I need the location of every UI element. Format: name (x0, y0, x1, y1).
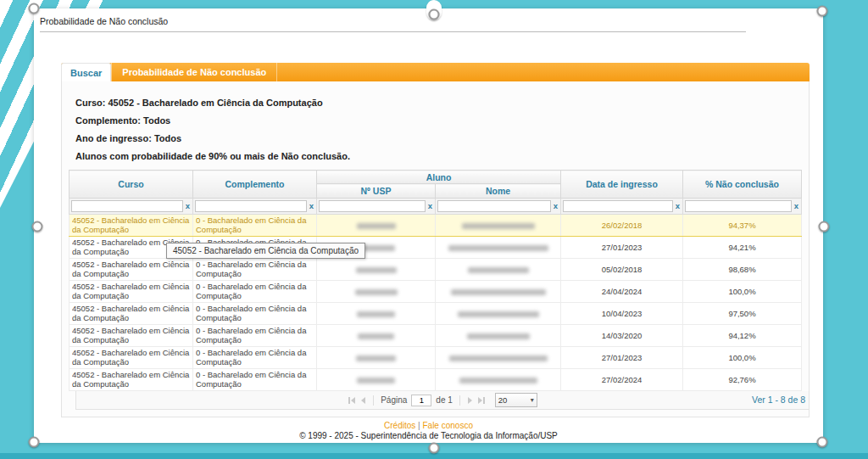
cell-nome-redacted (436, 303, 561, 325)
cell-pct-nao-conclusao: 100,0% (683, 347, 802, 369)
redacted-value (459, 378, 537, 383)
tab-probabilidade-nao-conclusao[interactable]: Probabilidade de Não conclusão (111, 63, 277, 81)
resize-handle-bottom-right[interactable] (817, 437, 828, 448)
cell-pct-nao-conclusao: 98,68% (683, 259, 802, 281)
cell-data-ingresso: 27/01/2023 (561, 237, 683, 259)
cell-complemento: 0 - Bacharelado em Ciência da Computação (193, 303, 317, 325)
first-page-button[interactable] (348, 397, 356, 404)
query-summary: Curso: 45052 - Bacharelado em Ciência da… (75, 94, 809, 165)
table-row[interactable]: 45052 - Bacharelado em Ciência da Comput… (70, 281, 802, 303)
page-size-value: 20 (498, 395, 508, 405)
redacted-value (355, 289, 398, 295)
resize-handle-middle-right[interactable] (819, 221, 830, 232)
prev-page-button[interactable] (360, 397, 366, 404)
clear-filter-icon[interactable]: x (309, 201, 314, 211)
column-header-curso[interactable]: Curso (70, 171, 193, 199)
filter-input-complemento[interactable] (195, 200, 307, 212)
cell-nome-redacted (436, 215, 561, 237)
redacted-value (467, 333, 530, 339)
resize-handle-top-middle[interactable] (429, 9, 440, 20)
column-header-nome[interactable]: Nome (436, 184, 561, 199)
cell-nusp-redacted (317, 215, 436, 237)
cell-nome-redacted (436, 325, 561, 347)
app-window: Probabilidade de Não conclusão Buscar Pr… (34, 8, 823, 443)
column-header-data-ingresso[interactable]: Data de ingresso (561, 171, 683, 199)
summary-complemento: Complemento: Todos (75, 112, 809, 130)
table-row[interactable]: 45052 - Bacharelado em Ciência da Comput… (70, 259, 802, 281)
clear-filter-icon[interactable]: x (185, 201, 191, 211)
page-label: Página (381, 395, 407, 405)
cell-complemento: 0 - Bacharelado em Ciência da Computação (193, 325, 317, 347)
prev-page-icon (361, 397, 365, 404)
cell-pct-nao-conclusao: 100,0% (683, 281, 802, 303)
redacted-value (356, 355, 396, 361)
records-range-info: Ver 1 - 8 de 8 (752, 395, 805, 405)
chevron-down-icon: ▾ (531, 396, 534, 404)
clear-filter-icon[interactable]: x (793, 201, 799, 211)
page-size-select[interactable]: 20 ▾ (495, 393, 537, 407)
next-page-button[interactable] (467, 397, 473, 404)
table-row[interactable]: 45052 - Bacharelado em Ciência da Comput… (70, 369, 802, 391)
resize-handle-top-right[interactable] (817, 6, 828, 17)
table-row[interactable]: 45052 - Bacharelado em Ciência da Comput… (70, 325, 802, 347)
cell-nusp-redacted (317, 325, 436, 347)
resize-handle-bottom-left[interactable] (29, 437, 40, 448)
last-page-icon (483, 397, 485, 404)
page-number-input[interactable] (411, 395, 431, 406)
cell-curso: 45052 - Bacharelado em Ciência da Comput… (70, 369, 193, 391)
redacted-value (358, 333, 394, 339)
table-row[interactable]: 45052 - Bacharelado em Ciência da Comput… (70, 303, 802, 325)
cell-nome-redacted (436, 281, 561, 303)
filter-input-pct[interactable] (685, 200, 792, 212)
clear-filter-icon[interactable]: x (553, 201, 559, 211)
cell-curso: 45052 - Bacharelado em Ciência da Comput… (70, 281, 193, 303)
cell-data-ingresso: 10/04/2023 (561, 303, 683, 325)
cell-pct-nao-conclusao: 97,50% (683, 303, 802, 325)
clear-filter-icon[interactable]: x (427, 201, 433, 211)
filter-input-nusp[interactable] (319, 200, 426, 212)
resize-handle-middle-left[interactable] (32, 221, 43, 232)
cell-pct-nao-conclusao: 92,76% (683, 369, 802, 391)
filter-input-data-ingresso[interactable] (563, 200, 673, 212)
redacted-value (468, 267, 529, 273)
filter-input-curso[interactable] (71, 200, 183, 212)
table-row[interactable]: 45052 - Bacharelado em Ciência da Comput… (70, 347, 802, 369)
filter-input-nome[interactable] (437, 200, 551, 212)
redacted-value (449, 355, 548, 361)
cell-nome-redacted (436, 237, 561, 259)
cell-nusp-redacted (317, 303, 436, 325)
pagination-bar: Página de 1 20 ▾ Ver 1 - 8 de 8 (75, 391, 810, 410)
first-page-icon (348, 397, 350, 404)
table-row[interactable]: 45052 - Bacharelado em Ciência da Comput… (70, 215, 802, 237)
page-footer: Créditos | Fale conosco © 1999 - 2025 - … (34, 421, 823, 440)
column-header-nusp[interactable]: Nº USP (317, 184, 436, 199)
desktop-background: Probabilidade de Não conclusão Buscar Pr… (0, 0, 868, 459)
title-divider (40, 31, 746, 32)
column-header-pct-nao-conclusao[interactable]: % Não conclusão (683, 171, 802, 199)
cell-nusp-redacted (317, 369, 436, 391)
cell-complemento: 0 - Bacharelado em Ciência da Computação (193, 259, 317, 281)
summary-ano-ingresso: Ano de ingresso: Todos (75, 130, 809, 148)
page-of-label: de 1 (436, 395, 452, 405)
fale-conosco-link[interactable]: Fale conosco (422, 421, 472, 430)
redacted-value (357, 311, 395, 317)
cell-nome-redacted (436, 259, 561, 281)
column-header-complemento[interactable]: Complemento (193, 171, 317, 199)
cell-curso: 45052 - Bacharelado em Ciência da Comput… (70, 303, 193, 325)
cell-curso: 45052 - Bacharelado em Ciência da Comput… (70, 215, 193, 237)
column-group-aluno: Aluno (317, 171, 561, 184)
creditos-link[interactable]: Créditos (384, 421, 415, 430)
tab-buscar[interactable]: Buscar (61, 63, 111, 81)
clear-filter-icon[interactable]: x (675, 201, 681, 211)
cell-pct-nao-conclusao: 94,12% (683, 325, 802, 347)
redacted-value (356, 267, 397, 273)
cell-complemento: 0 - Bacharelado em Ciência da Computação (193, 281, 317, 303)
resize-handle-bottom-middle[interactable] (429, 443, 440, 454)
cell-curso: 45052 - Bacharelado em Ciência da Comput… (70, 325, 193, 347)
table-body: 45052 - Bacharelado em Ciência da Comput… (70, 215, 802, 391)
resize-handle-top-left[interactable] (29, 3, 40, 14)
cell-nusp-redacted (317, 347, 436, 369)
cell-curso: 45052 - Bacharelado em Ciência da Comput… (70, 259, 193, 281)
last-page-button[interactable] (477, 397, 486, 404)
page-title: Probabilidade de Não conclusão (40, 16, 168, 26)
